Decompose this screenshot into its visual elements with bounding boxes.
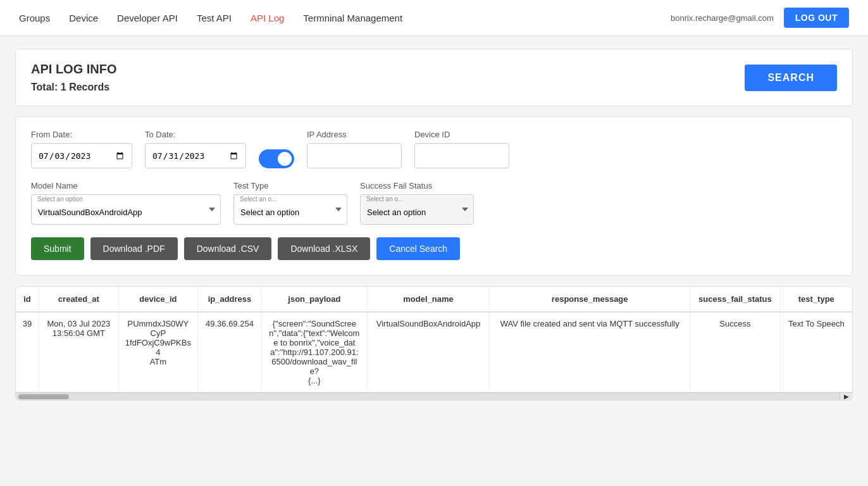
download-csv-button[interactable]: Download .CSV [184,237,272,260]
table-card: id created_at device_id ip_address json_… [15,286,853,401]
toggle-slider [259,149,294,168]
success-fail-group: Success Fail Status Select an o... Selec… [360,181,474,225]
cell-id: 39 [16,312,39,392]
scroll-thumb[interactable] [18,394,69,399]
submit-button[interactable]: Submit [31,237,84,260]
cell-ip_address: 49.36.69.254 [197,312,261,392]
table-row: 39Mon, 03 Jul 2023 13:56:04 GMTPUmmdxJS0… [16,312,852,392]
total-records: Total: 1 Records [31,82,837,93]
cancel-search-button[interactable]: Cancel Search [376,237,460,260]
toggle-switch[interactable] [259,149,294,168]
to-date-group: To Date: [145,130,246,168]
cell-sucess_fail_status: Success [690,312,780,392]
download-xlsx-button[interactable]: Download .XLSX [278,237,370,260]
device-id-label: Device ID [414,130,509,139]
model-name-group: Model Name Select an option VirtualSound… [31,181,221,225]
page-title: API LOG INFO [31,62,837,77]
cell-test_type: Text To Speech [780,312,852,392]
logout-button[interactable]: LOG OUT [784,8,849,28]
test-type-label: Test Type [233,181,347,190]
nav-terminal-management[interactable]: Termninal Management [303,13,402,23]
horizontal-scrollbar[interactable]: ▶ [16,392,852,400]
api-log-info-card: API LOG INFO Total: 1 Records SEARCH [15,49,853,106]
device-id-group: Device ID [414,130,509,168]
from-date-input[interactable] [31,143,132,168]
from-date-group: From Date: [31,130,132,168]
navbar: Groups Device Developer API Test API API… [0,0,868,36]
col-ip-address: ip_address [197,287,261,312]
cell-response_message: WAV file created and sent via MQTT succe… [490,312,690,392]
toggle-group [259,133,294,168]
user-email: bonrix.recharge@gmail.com [671,13,774,23]
filter-row-1: From Date: To Date: IP Address Device ID [31,130,837,168]
scroll-arrow-right[interactable]: ▶ [840,393,852,401]
nav-device[interactable]: Device [69,13,98,23]
main-content: API LOG INFO Total: 1 Records SEARCH Fro… [0,36,868,413]
from-date-label: From Date: [31,130,132,139]
nav-groups[interactable]: Groups [19,13,50,23]
device-id-input[interactable] [414,143,509,168]
col-model-name: model_name [367,287,489,312]
cell-json_payload: {"screen":"SoundScreen","data":{"text":"… [261,312,367,392]
nav-test-api[interactable]: Test API [197,13,232,23]
filter-row-2: Model Name Select an option VirtualSound… [31,181,837,225]
to-date-label: To Date: [145,130,246,139]
to-date-input[interactable] [145,143,246,168]
button-row: Submit Download .PDF Download .CSV Downl… [31,237,837,260]
ip-address-group: IP Address [307,130,402,168]
col-created-at: created_at [39,287,118,312]
data-table: id created_at device_id ip_address json_… [16,287,852,392]
model-select-placeholder: Select an option [37,196,83,202]
nav-developer-api[interactable]: Developer API [117,13,178,23]
col-device-id: device_id [118,287,197,312]
cell-device_id: PUmmdxJS0WYCyP 1fdFOxjC9wPKBs4 ATm [118,312,197,392]
col-test-type: test_type [780,287,852,312]
nav-right: bonrix.recharge@gmail.com LOG OUT [671,8,849,28]
cell-model_name: VirtualSoundBoxAndroidApp [367,312,489,392]
ip-address-label: IP Address [307,130,402,139]
filter-card: From Date: To Date: IP Address Device ID [15,116,853,276]
test-type-placeholder: Select an o... [240,196,276,202]
table-header-row: id created_at device_id ip_address json_… [16,287,852,312]
success-fail-label: Success Fail Status [360,181,474,190]
test-type-group: Test Type Select an o... Select an optio… [233,181,347,225]
search-button-top[interactable]: SEARCH [745,65,837,91]
ip-address-input[interactable] [307,143,402,168]
model-name-label: Model Name [31,181,221,190]
col-response-message: response_message [490,287,690,312]
col-sucess-fail-status: sucess_fail_status [690,287,780,312]
success-fail-placeholder: Select an o... [366,196,403,202]
download-pdf-button[interactable]: Download .PDF [90,237,178,260]
cell-created_at: Mon, 03 Jul 2023 13:56:04 GMT [39,312,118,392]
nav-api-log[interactable]: API Log [251,13,284,23]
col-id: id [16,287,39,312]
col-json-payload: json_payload [261,287,367,312]
